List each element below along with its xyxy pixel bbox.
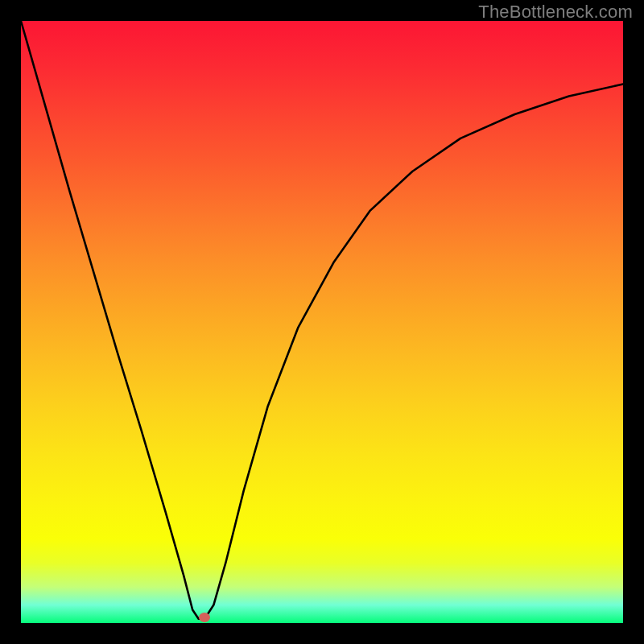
- optimum-marker: [199, 613, 210, 622]
- watermark-text: TheBottleneck.com: [478, 2, 633, 23]
- plot-area: [21, 21, 623, 623]
- chart-frame: TheBottleneck.com: [0, 0, 644, 644]
- bottleneck-curve: [21, 21, 623, 623]
